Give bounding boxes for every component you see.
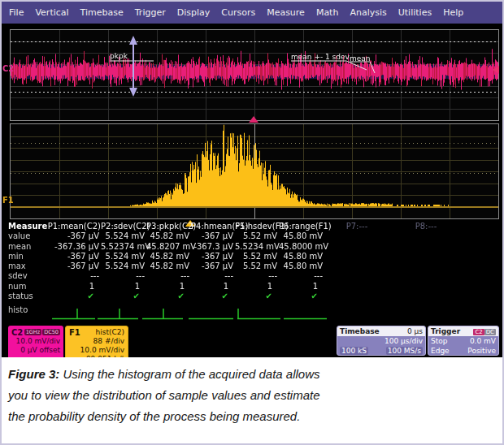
timebase-box[interactable]: Timebase 0 µs 100 µs/div 100 kS 100 MS/s bbox=[337, 326, 426, 356]
caption-line: Figure 3: Using the histogram of the acq… bbox=[8, 364, 496, 385]
measure-cell: -367 µV bbox=[47, 231, 101, 241]
f1-bins-per-div: 88 #/div bbox=[69, 337, 124, 346]
measure-cell: -367.36 µV bbox=[47, 242, 101, 252]
measure-row-label-mean: mean bbox=[8, 242, 47, 252]
caption-line: the probability density of the process b… bbox=[8, 406, 496, 427]
measure-cell-empty bbox=[389, 292, 463, 301]
c2-channel-label: C2 bbox=[11, 328, 23, 337]
measure-cell: 1 bbox=[191, 282, 235, 292]
trigger-coupling-badge: DC bbox=[484, 329, 496, 335]
measure-cell: --- bbox=[146, 271, 191, 281]
menu-item-math[interactable]: Math bbox=[316, 7, 339, 18]
measure-cell: 45.8000 mV bbox=[279, 242, 324, 252]
menu-item-timebase[interactable]: Timebase bbox=[80, 7, 124, 18]
menu-item-vertical[interactable]: Vertical bbox=[35, 7, 68, 18]
status-check-p4: ✔ bbox=[191, 292, 235, 301]
measure-row-label-num: num bbox=[8, 282, 47, 292]
status-check-p1: ✔ bbox=[47, 292, 101, 301]
param-header-p5[interactable]: P5:hsdev(F1) bbox=[235, 222, 279, 231]
scope-display: C2 pkpk mean +- 1 sdev mean F1 MeasureP1… bbox=[2, 24, 502, 379]
trigger-slope: Positive bbox=[467, 347, 496, 355]
measure-cell: -367 µV bbox=[191, 252, 235, 261]
c2-coupling-badges: 1GHzDC50 bbox=[24, 327, 60, 337]
menu-item-trigger[interactable]: Trigger bbox=[135, 7, 166, 18]
measure-cell: -367 µV bbox=[47, 252, 101, 261]
measure-cell-empty bbox=[389, 231, 463, 241]
menu-item-analysis[interactable]: Analysis bbox=[350, 7, 386, 18]
trigger-box[interactable]: Trigger C2DC Stop 0.0 mV Edge Positive bbox=[428, 326, 499, 356]
measure-cell: 5.52 mV bbox=[235, 231, 279, 241]
f1-volts-per-div: 10.0 mV/div bbox=[69, 346, 124, 355]
timebase-delay: 0 µs bbox=[407, 327, 423, 335]
measure-cell: 1 bbox=[47, 282, 101, 292]
param-header-p6[interactable]: P6:range(F1) bbox=[279, 222, 324, 231]
param-header-p1[interactable]: P1:mean(C2) bbox=[47, 222, 101, 231]
menu-item-cursors[interactable]: Cursors bbox=[221, 7, 255, 18]
measure-cell: 45.82 mV bbox=[146, 231, 191, 241]
timebase-samples: 100 kS bbox=[340, 347, 368, 355]
menu-bar: FileVerticalTimebaseTriggerDisplayCursor… bbox=[2, 2, 502, 24]
measure-cell: 5.52 mV bbox=[235, 252, 279, 261]
measure-cell: 1 bbox=[279, 282, 324, 292]
measure-cell-empty bbox=[324, 282, 389, 292]
menu-item-file[interactable]: File bbox=[9, 7, 24, 18]
status-check-p3: ✔ bbox=[146, 292, 191, 301]
f1-trace-label: F1 bbox=[2, 196, 14, 205]
measure-cell-empty bbox=[389, 242, 463, 252]
trigger-source-badge: C2 bbox=[473, 329, 484, 335]
figure-caption: Figure 3: Using the histogram of the acq… bbox=[2, 357, 502, 443]
timebase-rate: 100 MS/s bbox=[386, 347, 423, 355]
measure-cell: -367 µV bbox=[191, 231, 235, 241]
measure-cell-empty bbox=[389, 282, 463, 292]
menu-item-measure[interactable]: Measure bbox=[267, 7, 305, 18]
measure-cell: --- bbox=[47, 271, 101, 281]
measure-cell: 45.8207 mV bbox=[146, 242, 191, 252]
param-header-p2[interactable]: P2:sdev(C2) bbox=[101, 222, 146, 231]
measure-table: MeasureP1:mean(C2)P2:sdev(C2)P3:pkpk(C2)… bbox=[8, 222, 463, 301]
param-header-p8[interactable]: P8:--- bbox=[389, 222, 463, 231]
measure-cell: 1 bbox=[101, 282, 146, 292]
measure-cell-empty bbox=[324, 231, 389, 241]
measure-cell: -367 µV bbox=[47, 261, 101, 271]
timebase-title: Timebase bbox=[340, 327, 380, 335]
measure-cell: -367 µV bbox=[191, 261, 235, 271]
param-header-p4[interactable]: P4:hmean(F1) bbox=[191, 222, 235, 231]
measure-cell: 45.80 mV bbox=[279, 252, 324, 261]
measure-cell: 5.524 mV bbox=[101, 231, 146, 241]
measure-row-label-max: max bbox=[8, 261, 47, 271]
mean-annotation: mean bbox=[350, 54, 371, 63]
waveform-grid bbox=[10, 29, 499, 121]
measure-cell: 45.82 mV bbox=[146, 261, 191, 271]
trigger-level-marker-icon[interactable] bbox=[493, 66, 499, 74]
trigger-time-marker-icon[interactable] bbox=[249, 116, 259, 123]
measure-table-title: Measure bbox=[8, 222, 47, 231]
histo-row-label: histo bbox=[8, 305, 28, 314]
param-header-p7[interactable]: P7:--- bbox=[324, 222, 389, 231]
menu-item-help[interactable]: Help bbox=[443, 7, 463, 18]
c2-trace-label: C2 bbox=[2, 64, 14, 73]
c2-waveform-canvas bbox=[11, 30, 498, 120]
timebase-scale: 100 µs/div bbox=[385, 337, 423, 345]
c2-offset: 0 µV offset bbox=[11, 346, 60, 355]
measure-cell: 5.524 mV bbox=[101, 261, 146, 271]
measure-cell-empty bbox=[324, 242, 389, 252]
mean-sdev-annotation: mean +- 1 sdev bbox=[291, 53, 350, 61]
c2-badge: 1GHz bbox=[24, 329, 41, 335]
c2-descriptor-box[interactable]: C2 1GHzDC50 10.0 mV/div 0 µV offset bbox=[8, 326, 63, 361]
caption-line: you to view the distribution of sample v… bbox=[8, 385, 496, 406]
measure-cell: 1 bbox=[146, 282, 191, 292]
caption-figure-number: Figure 3: bbox=[8, 367, 63, 381]
measure-cell-empty bbox=[324, 271, 389, 281]
trigger-type: Edge bbox=[431, 347, 450, 355]
measure-row-label-value: value bbox=[8, 231, 47, 241]
param-header-p3[interactable]: P3:pkpk(C2) bbox=[146, 222, 191, 231]
menu-item-display[interactable]: Display bbox=[177, 7, 211, 18]
status-check-p2: ✔ bbox=[101, 292, 146, 301]
measure-cell-empty bbox=[389, 261, 463, 271]
measure-cell: 45.80 mV bbox=[279, 261, 324, 271]
measure-cell: --- bbox=[279, 271, 324, 281]
histicon-row bbox=[2, 308, 502, 321]
measure-cell: -367.3 µV bbox=[191, 242, 235, 252]
measure-cell: 1 bbox=[235, 282, 279, 292]
menu-item-utilities[interactable]: Utilities bbox=[398, 7, 432, 18]
